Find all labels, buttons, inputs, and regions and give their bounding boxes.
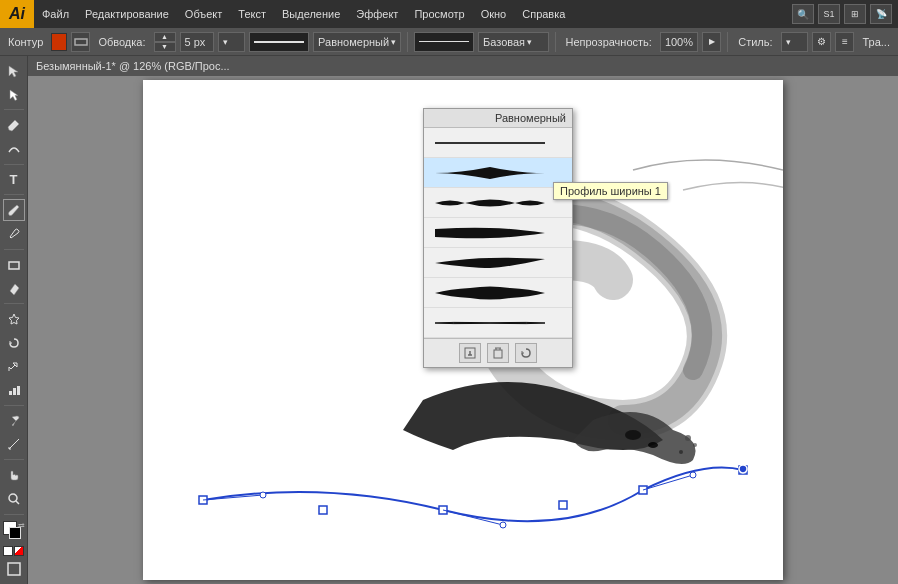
opacity-value[interactable]: 100% [660,32,698,52]
tool-sep-8 [4,514,24,515]
profile-item-4[interactable] [424,248,572,278]
swap-colors-icon[interactable]: ⇄ [18,521,25,530]
canvas-content: Равномерный [28,76,898,584]
svg-point-23 [500,522,506,528]
profile-item-5[interactable] [424,278,572,308]
extra-label: Тра... [858,36,894,48]
search-icon-btn[interactable]: 🔍 [792,4,814,24]
profile-item-2[interactable] [424,188,572,218]
profile-item-0[interactable] [424,128,572,158]
stroke-type-preview [414,32,474,52]
menu-icon[interactable]: ≡ [835,32,854,52]
tool-rotate[interactable] [3,332,25,354]
stroke-unit-dropdown[interactable] [218,32,245,52]
menu-file[interactable]: Файл [34,0,77,28]
workspace-btn[interactable]: S1 [818,4,840,24]
tool-zoom[interactable] [3,488,25,510]
canvas-area: Безымянный-1* @ 126% (RGB/Прос... [28,56,898,584]
fill-color-btn[interactable] [3,546,13,556]
stroke-line-dropdown[interactable]: Базовая [478,32,549,52]
svg-rect-0 [75,39,87,45]
svg-point-25 [690,472,696,478]
svg-point-10 [648,442,658,448]
svg-line-7 [16,501,19,504]
tool-sep-4 [4,249,24,250]
app-logo: Ai [0,0,34,28]
tool-graph[interactable] [3,379,25,401]
menu-view[interactable]: Просмотр [406,0,472,28]
tool-shape-rect[interactable] [3,254,25,276]
tool-pencil[interactable] [3,223,25,245]
toolbar-sep-1 [407,32,408,52]
tool-measure[interactable] [3,434,25,456]
toolbar: Контур Обводка: ▲ ▼ 5 px Равномерный Баз… [0,28,898,56]
stroke-profile-dropdown[interactable]: Равномерный [313,32,401,52]
menubar: Ai Файл Редактирование Объект Текст Выде… [0,0,898,28]
tool-scale[interactable] [3,355,25,377]
stroke-type-btn[interactable] [71,32,90,52]
svg-marker-2 [9,314,19,324]
tool-paintbrush[interactable] [3,199,25,221]
profile-item-6[interactable] [424,308,572,338]
tool-sep-6 [4,405,24,406]
stroke-size-input[interactable]: 5 px [180,32,214,52]
width-profile-panel: Равномерный [423,108,573,368]
menu-selection[interactable]: Выделение [274,0,348,28]
canvas-title-text: Безымянный-1* @ 126% (RGB/Прос... [36,60,230,72]
stroke-size-down[interactable]: ▼ [154,42,176,52]
broadcast-btn[interactable]: 📡 [870,4,892,24]
tool-eyedropper[interactable] [3,410,25,432]
tool-type[interactable]: T [3,169,25,191]
svg-point-12 [693,443,697,447]
stroke-size-up[interactable]: ▲ [154,32,176,42]
profile-item-1[interactable] [424,158,572,188]
menu-text[interactable]: Текст [230,0,274,28]
tool-eraser[interactable] [3,277,25,299]
color-swatches[interactable]: ⇄ [3,521,25,543]
svg-rect-17 [559,501,567,509]
profile-reset-btn[interactable] [515,343,537,363]
menu-edit[interactable]: Редактирование [77,0,177,28]
color-mode-buttons [3,546,24,556]
profile-panel-header-text: Равномерный [495,112,566,124]
tool-hand[interactable] [3,464,25,486]
tool-pen[interactable] [3,114,25,136]
stroke-size-label: Обводка: [94,36,149,48]
menu-help[interactable]: Справка [514,0,573,28]
toolbar-sep-3 [727,32,728,52]
profile-panel-header: Равномерный [424,109,572,128]
opacity-arrow[interactable]: ▶ [702,32,721,52]
svg-point-9 [625,430,641,440]
svg-rect-31 [494,350,502,358]
svg-rect-15 [319,506,327,514]
menu-effect[interactable]: Эффект [348,0,406,28]
stroke-color-swatch[interactable] [51,33,67,51]
canvas-title: Безымянный-1* @ 126% (RGB/Прос... [28,56,898,76]
svg-point-13 [679,450,683,454]
screen-mode-btn[interactable] [3,558,25,580]
toolbar-sep-2 [555,32,556,52]
tool-direct-select[interactable] [3,84,25,106]
menu-window[interactable]: Окно [473,0,515,28]
stroke-label: Контур [4,36,47,48]
arrange-btn[interactable]: ⊞ [844,4,866,24]
main-area: T [0,56,898,584]
svg-point-21 [260,492,266,498]
profile-delete-btn[interactable] [487,343,509,363]
menu-object[interactable]: Объект [177,0,230,28]
settings-icon[interactable]: ⚙ [812,32,831,52]
tool-sep-5 [4,303,24,304]
tool-curvature[interactable] [3,138,25,160]
none-btn[interactable] [14,546,24,556]
profile-save-btn[interactable] [459,343,481,363]
tool-sep-7 [4,459,24,460]
svg-point-11 [685,435,691,441]
profile-panel-footer [424,338,572,367]
tool-select[interactable] [3,60,25,82]
style-dropdown[interactable] [781,32,808,52]
tool-star[interactable] [3,308,25,330]
profile-item-3[interactable] [424,218,572,248]
svg-point-26 [739,465,747,473]
svg-line-24 [643,475,693,490]
opacity-label: Непрозрачность: [561,36,655,48]
